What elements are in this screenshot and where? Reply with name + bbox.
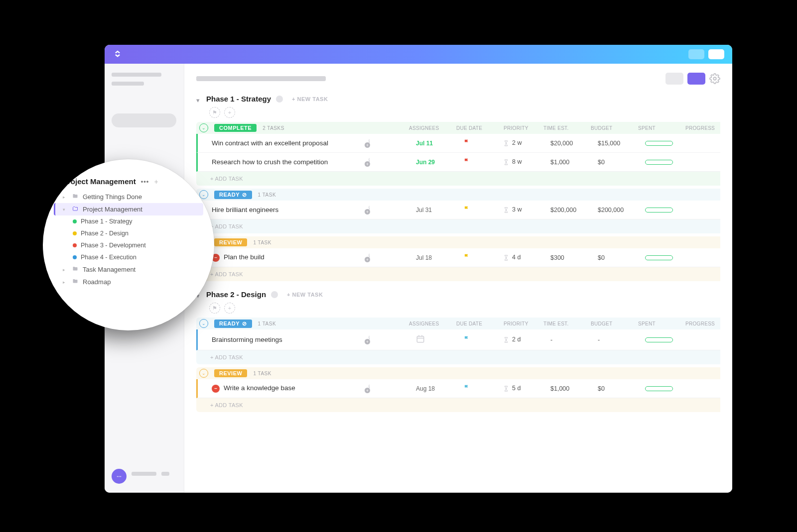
assignee-add-icon[interactable] bbox=[369, 139, 370, 147]
flag-placeholder-icon[interactable]: ⚑ bbox=[209, 303, 220, 314]
header-toggle-a[interactable] bbox=[688, 49, 704, 59]
sidebar-folder-item[interactable]: ▸Task Management bbox=[54, 263, 203, 276]
flag-placeholder-icon[interactable]: ⚑ bbox=[209, 107, 220, 118]
gear-icon[interactable] bbox=[709, 73, 720, 84]
budget-value[interactable]: - bbox=[550, 336, 598, 343]
phase-block: ▾Phase 2 - Design+ NEW TASK⚑+⌄READY ⊘1 T… bbox=[184, 285, 732, 416]
chevron-down-icon[interactable]: ▾ bbox=[196, 97, 201, 102]
blocked-icon: – bbox=[212, 385, 220, 393]
time-estimate[interactable]: 2 w bbox=[503, 139, 550, 147]
assignee-add-icon[interactable] bbox=[369, 158, 370, 166]
collapse-icon[interactable]: ⌄ bbox=[199, 190, 208, 199]
assignee-placeholder-icon[interactable]: + bbox=[224, 107, 235, 118]
add-task-button[interactable]: + ADD TASK bbox=[196, 219, 720, 233]
priority-flag-icon[interactable] bbox=[463, 140, 470, 147]
folder-icon bbox=[72, 278, 79, 286]
sidebar-phase-item[interactable]: Phase 4 - Execution bbox=[54, 251, 203, 263]
task-row[interactable]: Research how to crush the competitionJun… bbox=[196, 153, 720, 172]
spent-value[interactable]: $0 bbox=[598, 159, 645, 166]
time-estimate[interactable]: 2 d bbox=[503, 336, 550, 343]
task-row[interactable]: Win contract with an excellent proposalJ… bbox=[196, 134, 720, 153]
task-row[interactable]: –Write a knowledge baseAug 185 d$1,000$0 bbox=[196, 379, 720, 398]
chat-icon[interactable]: ⋯ bbox=[112, 469, 127, 484]
info-icon[interactable] bbox=[276, 96, 283, 103]
time-estimate[interactable]: 4 d bbox=[503, 254, 550, 261]
sidebar-folder-item[interactable]: ▸Roadmap bbox=[54, 276, 203, 288]
add-task-button[interactable]: + ADD TASK bbox=[196, 350, 720, 364]
time-estimate[interactable]: 5 d bbox=[503, 385, 550, 392]
status-label[interactable]: COMPLETE bbox=[214, 124, 257, 132]
status-dot-icon bbox=[73, 243, 77, 247]
spent-value[interactable]: $200,000 bbox=[598, 207, 645, 213]
collapse-icon[interactable]: ⌄ bbox=[199, 369, 208, 378]
status-label[interactable]: REVIEW bbox=[214, 369, 247, 377]
info-icon[interactable] bbox=[271, 291, 278, 298]
assignee-add-icon[interactable] bbox=[369, 335, 370, 344]
sidebar-phase-item[interactable]: Phase 1 - Strategy bbox=[54, 215, 203, 227]
new-task-button[interactable]: + NEW TASK bbox=[292, 96, 328, 102]
add-task-button[interactable]: + ADD TASK bbox=[196, 172, 720, 186]
spent-value[interactable]: - bbox=[598, 336, 645, 343]
collapse-icon[interactable]: ⌄ bbox=[199, 319, 208, 328]
progress-indicator[interactable] bbox=[645, 141, 673, 146]
status-label[interactable]: REVIEW bbox=[214, 238, 247, 246]
add-task-button[interactable]: + ADD TASK bbox=[196, 398, 720, 412]
priority-flag-icon[interactable] bbox=[463, 336, 470, 344]
budget-value[interactable]: $1,000 bbox=[550, 385, 598, 392]
budget-value[interactable]: $20,000 bbox=[550, 140, 598, 147]
task-count: 1 TASK bbox=[258, 321, 276, 326]
due-date[interactable]: Jul 31 bbox=[416, 207, 432, 213]
due-date[interactable]: Jul 11 bbox=[416, 140, 433, 147]
progress-indicator[interactable] bbox=[645, 255, 673, 260]
phase-title[interactable]: Phase 2 - Design bbox=[206, 290, 266, 299]
priority-flag-icon[interactable] bbox=[463, 207, 470, 214]
budget-value[interactable]: $300 bbox=[550, 254, 598, 261]
priority-flag-icon[interactable] bbox=[463, 385, 470, 393]
status-label[interactable]: READY ⊘ bbox=[214, 319, 252, 328]
progress-indicator[interactable] bbox=[645, 208, 673, 213]
phase-title[interactable]: Phase 1 - Strategy bbox=[206, 95, 271, 103]
progress-indicator[interactable] bbox=[645, 337, 673, 342]
space-title[interactable]: Project Management bbox=[63, 177, 136, 186]
progress-indicator[interactable] bbox=[645, 386, 673, 391]
budget-value[interactable]: $1,000 bbox=[550, 159, 598, 166]
due-date[interactable]: Jul 18 bbox=[416, 254, 432, 261]
new-task-button[interactable]: + NEW TASK bbox=[287, 292, 323, 298]
progress-indicator[interactable] bbox=[645, 160, 673, 165]
calendar-icon[interactable] bbox=[416, 337, 425, 345]
priority-flag-icon[interactable] bbox=[463, 159, 470, 166]
sidebar-phase-item[interactable]: Phase 3 - Development bbox=[54, 239, 203, 251]
more-icon[interactable]: ••• bbox=[141, 178, 149, 185]
view-button-b[interactable] bbox=[687, 73, 705, 85]
priority-flag-icon[interactable] bbox=[463, 254, 470, 262]
collapse-icon[interactable]: ⌄ bbox=[199, 123, 208, 132]
due-date[interactable]: Jun 29 bbox=[416, 159, 435, 166]
budget-value[interactable]: $200,000 bbox=[550, 207, 598, 213]
spent-value[interactable]: $15,000 bbox=[598, 140, 645, 147]
time-estimate[interactable]: 8 w bbox=[503, 158, 550, 166]
time-estimate[interactable]: 3 w bbox=[503, 206, 550, 213]
status-label[interactable]: READY ⊘ bbox=[214, 191, 252, 199]
status-dot-icon bbox=[73, 219, 77, 223]
assignee-add-icon[interactable] bbox=[369, 206, 370, 214]
due-date[interactable]: Aug 18 bbox=[416, 385, 435, 392]
sidebar-folder-item[interactable]: ▾Project Management bbox=[54, 203, 203, 215]
add-task-button[interactable]: + ADD TASK bbox=[196, 267, 720, 281]
view-button-a[interactable] bbox=[665, 73, 683, 85]
assignee-placeholder-icon[interactable]: + bbox=[224, 303, 235, 314]
task-row[interactable]: Brainstorming meetings2 d-- bbox=[196, 329, 720, 350]
task-row[interactable]: –Plan the buildJul 184 d$300$0 bbox=[196, 248, 720, 267]
sidebar-phase-item[interactable]: Phase 2 - Design bbox=[54, 227, 203, 239]
add-icon[interactable]: + bbox=[154, 178, 158, 186]
assignee-add-icon[interactable] bbox=[369, 253, 370, 262]
sidebar-folder-item[interactable]: ▸Getting Things Done bbox=[54, 191, 203, 203]
spent-value[interactable]: $0 bbox=[598, 254, 645, 261]
assignee-add-icon[interactable] bbox=[369, 384, 370, 393]
task-title: Win contract with an excellent proposal bbox=[212, 139, 369, 147]
status-group: ⌄COMPLETE2 TASKSASSIGNEESDUE DATEPRIORIT… bbox=[196, 122, 720, 186]
status-dot-icon bbox=[73, 255, 77, 259]
header-toggle-b[interactable] bbox=[708, 49, 724, 59]
spent-value[interactable]: $0 bbox=[598, 385, 645, 392]
search-input[interactable] bbox=[112, 113, 176, 127]
task-row[interactable]: Hire brilliant engineersJul 313 w$200,00… bbox=[196, 201, 720, 219]
